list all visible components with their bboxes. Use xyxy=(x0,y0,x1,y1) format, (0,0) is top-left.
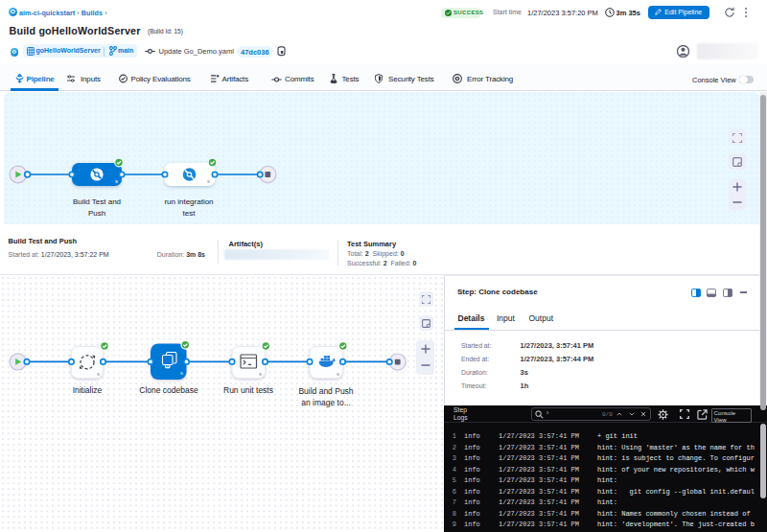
svg-text:s: s xyxy=(115,178,118,184)
svg-text:s: s xyxy=(97,371,100,377)
svg-text:s: s xyxy=(259,371,262,377)
svg-text:s: s xyxy=(337,371,339,377)
svg-text:s: s xyxy=(180,370,183,376)
svg-text:s: s xyxy=(207,178,210,184)
